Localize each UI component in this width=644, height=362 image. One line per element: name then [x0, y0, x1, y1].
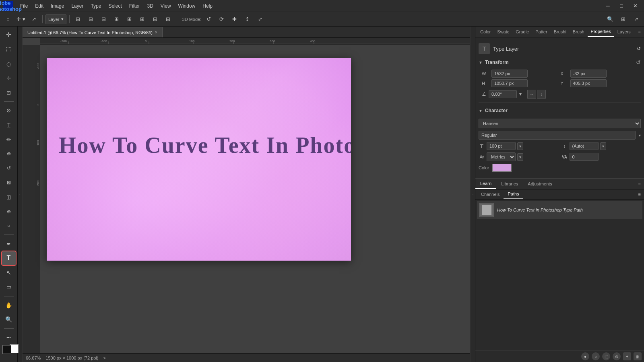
- 3d-roll[interactable]: ⟳: [216, 14, 227, 25]
- gradient-tool[interactable]: ◫: [2, 190, 16, 204]
- transform-reset[interactable]: ↺: [636, 59, 641, 66]
- panel-expand-button[interactable]: ≡: [637, 28, 642, 36]
- history-brush-tool[interactable]: ↺: [2, 161, 16, 175]
- leading-input[interactable]: [570, 142, 599, 150]
- tab-learn[interactable]: Learn: [475, 179, 496, 189]
- path-selection-tool[interactable]: ↖: [2, 266, 16, 280]
- menu-edit[interactable]: Edit: [32, 2, 47, 10]
- transform-reset-btn[interactable]: ↺: [637, 46, 641, 51]
- angle-dropdown-btn[interactable]: ▾: [519, 91, 522, 97]
- lasso-tool[interactable]: ◌: [2, 57, 16, 71]
- align-center-h[interactable]: ⊞: [124, 14, 135, 25]
- tracking-input[interactable]: [570, 153, 599, 161]
- 3d-pan[interactable]: ✚: [229, 14, 240, 25]
- path-stroke-btn[interactable]: ○: [592, 352, 600, 360]
- text-color-swatch[interactable]: [492, 164, 512, 172]
- y-input[interactable]: [570, 79, 607, 87]
- tab-gradients[interactable]: Gradie: [512, 27, 532, 37]
- flip-h-btn[interactable]: ↔: [527, 90, 536, 99]
- pen-tool[interactable]: ✒: [2, 237, 16, 251]
- menu-image[interactable]: Image: [47, 2, 67, 10]
- x-input[interactable]: [570, 70, 607, 78]
- sub-tab-paths[interactable]: Paths: [504, 189, 523, 199]
- leading-dropdown[interactable]: ▾: [600, 142, 606, 150]
- move-tool[interactable]: ✛: [2, 28, 16, 42]
- delete-path-btn[interactable]: 🗑: [634, 352, 642, 360]
- menu-select[interactable]: Select: [105, 2, 125, 10]
- 3d-rotate[interactable]: ↺: [203, 14, 214, 25]
- workspace-button[interactable]: ⊞: [617, 14, 629, 25]
- dodge-tool[interactable]: ○: [2, 219, 16, 233]
- new-path-btn[interactable]: +: [623, 352, 631, 360]
- shape-tool[interactable]: ▭: [2, 280, 16, 294]
- marquee-tool[interactable]: ⬚: [2, 43, 16, 56]
- tab-adjustments[interactable]: Adjustments: [523, 179, 557, 189]
- align-distribute-h[interactable]: ⊞: [163, 14, 174, 25]
- crop-tool[interactable]: ⊡: [2, 86, 16, 99]
- eraser-tool[interactable]: ⊠: [2, 176, 16, 189]
- close-button[interactable]: ✕: [630, 0, 641, 12]
- flip-v-btn[interactable]: ↕: [537, 90, 546, 99]
- width-input[interactable]: [491, 70, 528, 78]
- clone-stamp-tool[interactable]: ⊛: [2, 147, 16, 161]
- tab-properties[interactable]: Properties: [588, 27, 614, 37]
- transform-options[interactable]: ↗: [28, 14, 39, 25]
- canvas-scroll[interactable]: -200 -100 0 100 200 300 400 -1: [23, 38, 470, 353]
- align-distribute-v[interactable]: ⊟: [150, 14, 161, 25]
- menu-layer[interactable]: Layer: [68, 2, 87, 10]
- font-style-input[interactable]: [479, 131, 636, 140]
- search-button[interactable]: 🔍: [605, 14, 616, 25]
- path-to-selection-btn[interactable]: ⬚: [602, 352, 610, 360]
- kerning-select[interactable]: Metrics: [487, 152, 516, 161]
- character-section-header[interactable]: ▼ Character: [479, 105, 641, 116]
- tab-close-button[interactable]: ×: [155, 30, 157, 35]
- menu-view[interactable]: View: [157, 2, 174, 10]
- menu-window[interactable]: Window: [175, 2, 199, 10]
- layer-dropdown[interactable]: Layer ▾: [45, 14, 66, 24]
- move-options[interactable]: ✛ ▾: [15, 14, 27, 25]
- tab-libraries[interactable]: Libraries: [496, 179, 523, 189]
- type-tool[interactable]: T: [2, 251, 16, 265]
- spot-healing-tool[interactable]: ⌶: [2, 118, 16, 132]
- tab-swatches[interactable]: Swatc: [494, 27, 512, 37]
- maximize-button[interactable]: □: [616, 0, 627, 12]
- angle-input[interactable]: [489, 90, 517, 98]
- font-size-input[interactable]: [487, 142, 516, 150]
- menu-file[interactable]: File: [17, 2, 31, 10]
- sub-tab-expand[interactable]: ≡: [637, 190, 642, 198]
- minimize-button[interactable]: ─: [602, 0, 613, 12]
- path-fill-btn[interactable]: ●: [581, 352, 589, 360]
- tab-brushes-1[interactable]: Brushi: [551, 27, 570, 37]
- kerning-dropdown[interactable]: ▾: [517, 153, 523, 161]
- tab-patterns[interactable]: Patter: [532, 27, 550, 37]
- right-collapse-handle[interactable]: ›: [470, 27, 475, 362]
- more-tools[interactable]: •••: [2, 331, 16, 344]
- selection-to-path-btn[interactable]: ⊙: [613, 352, 621, 360]
- align-left[interactable]: ⊟: [72, 14, 84, 25]
- foreground-color-swatch[interactable]: [2, 345, 11, 354]
- transform-section-header[interactable]: ▼ Transform ↺: [479, 57, 641, 68]
- tab-brushes-2[interactable]: Brush: [570, 27, 588, 37]
- menu-filter[interactable]: Filter: [126, 2, 143, 10]
- left-collapse-handle[interactable]: ‹: [18, 27, 23, 362]
- menu-type[interactable]: Type: [87, 2, 104, 10]
- path-item[interactable]: How To Curve Text In Photoshop Type Path: [477, 201, 642, 219]
- font-family-select[interactable]: Hansen: [479, 119, 641, 128]
- status-arrow[interactable]: >: [103, 356, 106, 360]
- tab-color[interactable]: Color: [477, 27, 494, 37]
- 3d-scale[interactable]: ⤢: [254, 14, 266, 25]
- sub-tab-channels[interactable]: Channels: [477, 190, 504, 199]
- menu-3d[interactable]: 3D: [144, 2, 156, 10]
- align-right[interactable]: ⊟: [98, 14, 109, 25]
- font-size-dropdown[interactable]: ▾: [517, 142, 523, 150]
- home-button[interactable]: ⌂: [2, 14, 14, 25]
- canvas-document[interactable]: How To Curve Text In Photoshop: [47, 58, 351, 261]
- align-bottom[interactable]: ⊞: [137, 14, 148, 25]
- align-center-v[interactable]: ⊟: [85, 14, 97, 25]
- height-input[interactable]: [491, 79, 528, 87]
- blur-tool[interactable]: ⊕: [2, 205, 16, 218]
- share-button[interactable]: ↗: [630, 14, 642, 25]
- quick-select-tool[interactable]: ⊹: [2, 71, 16, 85]
- align-top[interactable]: ⊞: [111, 14, 122, 25]
- zoom-tool[interactable]: 🔍: [2, 313, 16, 326]
